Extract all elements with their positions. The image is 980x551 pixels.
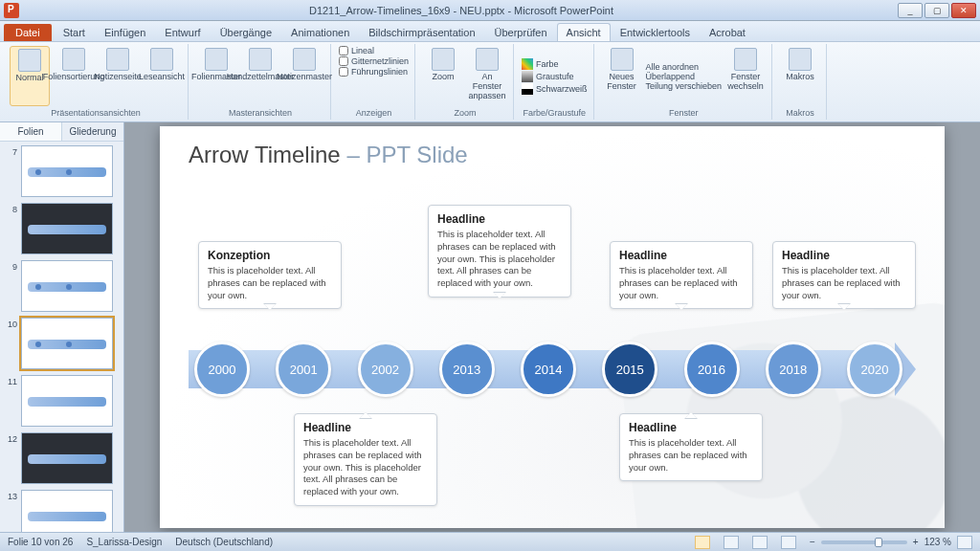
notes-view-button[interactable]: Notizenseite	[98, 46, 138, 106]
statusbar: Folie 10 von 26 S_Larissa-Design Deutsch…	[0, 532, 980, 551]
zoom-out-button[interactable]: −	[810, 537, 815, 547]
tab-animations[interactable]: Animationen	[281, 23, 359, 41]
slide-thumb[interactable]	[21, 260, 113, 312]
group-label: Anzeigen	[339, 106, 409, 120]
slide-thumb[interactable]	[21, 318, 113, 369]
timeline-node[interactable]: 2013	[439, 342, 495, 397]
window-title: D1211_Arrow-Timelines_16x9 - NEU.pptx - …	[25, 5, 898, 16]
timeline-node[interactable]: 2018	[766, 342, 821, 397]
tab-view[interactable]: Ansicht	[557, 23, 611, 41]
reading-view-button[interactable]: Leseansicht	[142, 46, 182, 106]
callout-headline-2001[interactable]: HeadlineThis is placeholder text. All ph…	[294, 413, 437, 506]
tab-transitions[interactable]: Übergänge	[211, 23, 281, 41]
timeline-node[interactable]: 2015	[602, 342, 657, 397]
slide[interactable]: Arrow Timeline – PPT Slide KonzeptionThi…	[160, 126, 945, 528]
author-label: S_Larissa-Design	[86, 537, 162, 547]
timeline-node[interactable]: 2002	[358, 342, 413, 397]
callout-headline-2020[interactable]: HeadlineThis is placeholder text. All ph…	[772, 241, 916, 309]
sorter-view-button[interactable]: Foliensortierung	[54, 46, 94, 106]
timeline-node[interactable]: 2000	[194, 342, 250, 397]
language-label[interactable]: Deutsch (Deutschland)	[175, 537, 273, 547]
slide-thumb[interactable]	[21, 490, 113, 532]
ruler-check[interactable]: Lineal	[339, 46, 409, 55]
file-tab[interactable]: Datei	[4, 24, 52, 41]
color-button[interactable]: Farbe	[522, 58, 588, 70]
zoom-in-button[interactable]: +	[913, 537, 919, 547]
zoom-slider[interactable]	[821, 540, 907, 544]
callout-konzeption[interactable]: KonzeptionThis is placeholder text. All …	[198, 241, 342, 309]
callout-headline-2015[interactable]: HeadlineThis is placeholder text. All ph…	[610, 241, 753, 309]
callout-headline-2016[interactable]: HeadlineThis is placeholder text. All ph…	[619, 413, 763, 481]
tab-design[interactable]: Entwurf	[155, 23, 210, 41]
slide-canvas[interactable]: Arrow Timeline – PPT Slide KonzeptionThi…	[124, 122, 980, 532]
slide-thumb[interactable]	[21, 432, 113, 484]
grayscale-button[interactable]: Graustufe	[522, 71, 588, 82]
outline-tab[interactable]: Gliederung	[62, 122, 123, 141]
group-label: Farbe/Graustufe	[522, 106, 588, 120]
timeline-node[interactable]: 2016	[684, 342, 740, 397]
timeline-node[interactable]: 2001	[276, 342, 331, 397]
slide-thumb[interactable]	[21, 375, 113, 427]
group-label: Zoom	[423, 106, 507, 120]
powerpoint-icon	[4, 3, 19, 18]
slide-thumb[interactable]	[21, 203, 113, 254]
slides-tab[interactable]: Folien	[0, 122, 62, 141]
sorter-view-icon[interactable]	[724, 536, 739, 549]
tab-acrobat[interactable]: Acrobat	[700, 23, 755, 41]
fit-to-window-icon[interactable]	[957, 536, 972, 549]
maximize-button[interactable]: ▢	[924, 3, 949, 18]
tab-review[interactable]: Überprüfen	[485, 23, 557, 41]
group-label: Fenster	[602, 106, 767, 120]
slide-title[interactable]: Arrow Timeline – PPT Slide	[189, 142, 468, 168]
macros-button[interactable]: Makros	[780, 46, 820, 106]
switch-window-button[interactable]: Fenster wechseln	[725, 46, 766, 106]
timeline-node[interactable]: 2014	[521, 342, 576, 397]
new-window-button[interactable]: Neues Fenster	[602, 46, 642, 106]
slide-panel: Folien Gliederung 7 8 9 10 11 12 13 14 1…	[0, 122, 124, 532]
gridlines-check[interactable]: Gitternetzlinien	[339, 56, 409, 66]
zoom-value[interactable]: 123 %	[924, 537, 951, 547]
close-button[interactable]: ✕	[951, 3, 976, 18]
tab-start[interactable]: Start	[54, 23, 95, 41]
callout-headline-2013[interactable]: HeadlineThis is placeholder text. All ph…	[428, 205, 571, 298]
timeline-arrow[interactable]: 2000 2001 2002 2013 2014 2015 2016 2018 …	[189, 342, 916, 396]
tab-slideshow[interactable]: Bildschirmpräsentation	[359, 23, 484, 41]
tab-insert[interactable]: Einfügen	[95, 23, 155, 41]
guides-check[interactable]: Führungslinien	[339, 67, 409, 77]
zoom-button[interactable]: Zoom	[423, 46, 463, 106]
titlebar: D1211_Arrow-Timelines_16x9 - NEU.pptx - …	[0, 0, 980, 21]
ribbon-tabstrip: Datei Start Einfügen Entwurf Übergänge A…	[0, 21, 980, 42]
group-label: Präsentationsansichten	[10, 106, 182, 120]
normal-view-icon[interactable]	[695, 536, 710, 549]
minimize-button[interactable]: _	[898, 3, 923, 18]
slide-thumb[interactable]	[21, 145, 113, 197]
arrange-windows-stack[interactable]: Alle anordnen Überlappend Teilung versch…	[646, 46, 723, 106]
fit-window-button[interactable]: An Fenster anpassen	[467, 46, 507, 106]
notes-master-button[interactable]: Notizenmaster	[284, 46, 324, 106]
reading-view-icon[interactable]	[752, 536, 768, 549]
tab-developer[interactable]: Entwicklertools	[611, 23, 700, 41]
slideshow-view-icon[interactable]	[781, 536, 796, 549]
thumbnail-list[interactable]: 7 8 9 10 11 12 13 14 15	[0, 142, 123, 532]
group-label: Masteransichten	[196, 106, 324, 120]
handout-master-button[interactable]: Handzettelmaster	[240, 46, 280, 106]
slide-counter: Folie 10 von 26	[8, 537, 73, 547]
bw-button[interactable]: Schwarzweiß	[522, 83, 588, 95]
timeline-node[interactable]: 2020	[847, 342, 902, 397]
ribbon: Normal Foliensortierung Notizenseite Les…	[0, 42, 980, 122]
group-label: Makros	[780, 106, 820, 120]
